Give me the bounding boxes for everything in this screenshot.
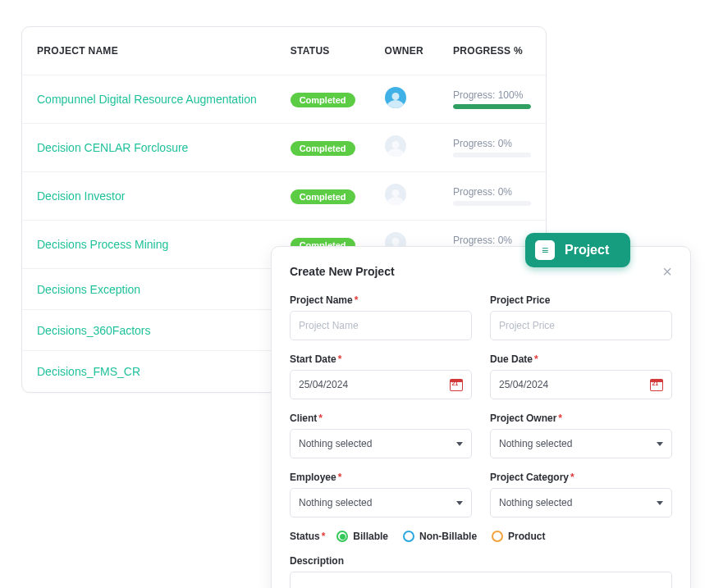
project-name-input[interactable] [290,311,472,340]
progress-bar [453,153,531,157]
project-owner-label: Project Owner* [490,413,672,424]
list-icon: ≡ [535,240,555,260]
radio-icon [336,531,348,542]
caret-down-icon [657,442,663,446]
employee-select[interactable]: Nothing selected [290,488,472,517]
table-row: Decision Investor Completed Progress: 0% [22,172,546,221]
project-owner-select[interactable]: Nothing selected [490,429,672,458]
project-price-input[interactable] [490,311,672,340]
project-link[interactable]: Compunnel Digital Resource Augmentation [37,93,257,106]
create-project-modal: Create New Project × Project Name* Proje… [271,246,691,588]
owner-avatar[interactable] [385,184,406,205]
project-tab-label: Project [565,243,609,258]
progress-cell: Progress: 0% [453,138,531,157]
status-radio-billable[interactable]: Billable [336,531,388,542]
progress-cell: Progress: 100% [453,89,531,109]
project-link[interactable]: Decisions Process Mining [37,238,168,251]
progress-label: Progress: 0% [453,235,531,246]
status-badge: Completed [291,141,355,156]
project-link[interactable]: Decisions_360Factors [37,324,151,337]
caret-down-icon [456,442,463,446]
status-radio-product[interactable]: Product [492,531,545,542]
col-header-status[interactable]: STATUS [276,27,370,75]
radio-icon [403,531,414,542]
owner-avatar[interactable] [385,87,406,108]
client-label: Client* [290,413,472,424]
project-link[interactable]: Decisions Exception [37,283,140,296]
progress-label: Progress: 100% [453,89,531,101]
project-link[interactable]: Decision CENLAR Forclosure [37,141,188,154]
owner-avatar[interactable] [385,135,406,157]
caret-down-icon [657,501,663,505]
project-category-select[interactable]: Nothing selected [490,488,672,517]
description-input[interactable] [290,572,672,588]
modal-title: Create New Project [290,265,395,278]
due-date-input[interactable]: 25/04/2024 [490,370,672,399]
table-row: Decision CENLAR Forclosure Completed Pro… [22,124,546,172]
client-select[interactable]: Nothing selected [290,429,472,458]
calendar-icon [450,379,463,391]
col-header-progress[interactable]: PROGRESS % [438,27,546,75]
progress-bar [453,104,531,109]
col-header-name[interactable]: PROJECT NAME [22,27,276,75]
progress-cell: Progress: 0% [453,186,531,206]
radio-icon [492,531,503,542]
status-badge: Completed [291,93,355,107]
due-date-label: Due Date* [490,353,672,365]
calendar-icon [650,379,663,391]
project-name-label: Project Name* [290,294,472,306]
start-date-input[interactable]: 25/04/2024 [290,370,472,399]
employee-label: Employee* [290,472,472,483]
project-price-label: Project Price [490,294,672,306]
project-category-label: Project Category* [490,472,672,483]
description-label: Description [290,555,672,567]
project-link[interactable]: Decision Investor [37,189,125,203]
close-icon[interactable]: × [662,263,672,280]
status-radio-non-billable[interactable]: Non-Billable [403,531,477,542]
progress-label: Progress: 0% [453,186,531,198]
progress-label: Progress: 0% [453,138,531,149]
project-link[interactable]: Decisions_FMS_CR [37,365,140,378]
caret-down-icon [456,501,463,505]
status-badge: Completed [291,189,355,204]
progress-bar [453,201,531,206]
start-date-label: Start Date* [290,353,472,365]
col-header-owner[interactable]: OWNER [370,27,439,75]
table-row: Compunnel Digital Resource Augmentation … [22,75,546,124]
status-label: Status* [290,531,325,542]
project-section-tab[interactable]: ≡ Project [525,233,630,267]
